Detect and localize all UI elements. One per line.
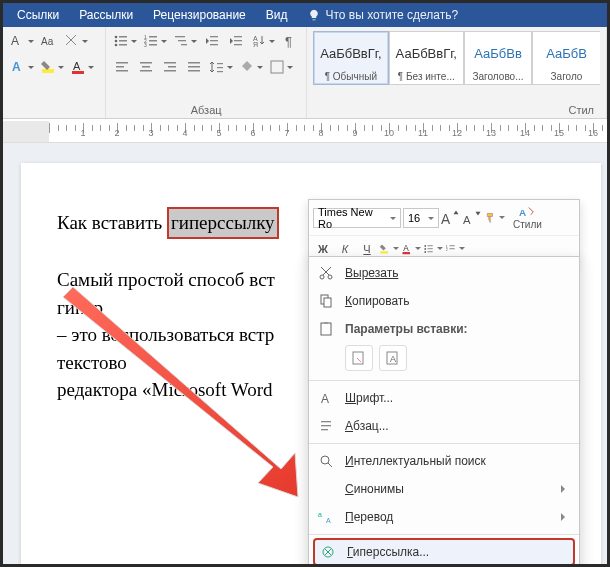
svg-text:A: A [326,517,331,524]
svg-rect-55 [428,248,433,249]
tab-references[interactable]: Ссылки [7,4,69,26]
svg-text:A: A [390,354,396,364]
align-justify-icon[interactable] [184,57,204,77]
svg-rect-34 [142,66,150,68]
svg-text:A: A [12,60,21,74]
svg-text:A: A [463,214,471,226]
svg-point-6 [115,36,118,39]
ctx-translate[interactable]: аA Перевод [309,503,579,531]
ribbon: A Aa A A 123 AЯ ¶ [3,27,607,119]
svg-text:3: 3 [144,42,147,48]
shading-icon[interactable] [238,57,264,77]
smart-lookup-icon [315,452,337,470]
styles-group: АаБбВвГг, ¶ Обычный АаБбВвГг, ¶ Без инте… [307,27,607,118]
align-left-icon[interactable] [112,57,132,77]
svg-point-62 [320,275,324,279]
ctx-hyperlink[interactable]: Гиперссылка... [313,538,575,566]
ctx-font[interactable]: A Шрифт... [309,384,579,412]
format-painter-icon[interactable] [485,208,505,228]
svg-rect-11 [119,44,127,46]
paste-text-only[interactable]: A [379,345,407,371]
borders-icon[interactable] [268,57,294,77]
svg-rect-43 [217,67,223,68]
ruler[interactable]: 12345678910111213141516 [3,121,607,143]
tab-mailings[interactable]: Рассылки [69,4,143,26]
svg-rect-45 [271,61,283,73]
tab-view[interactable]: Вид [256,4,298,26]
svg-rect-15 [149,40,157,42]
pilcrow-icon[interactable]: ¶ [280,31,300,51]
font-grow-icon[interactable]: A [9,31,35,51]
shrink-font-icon[interactable]: A [463,208,483,228]
scissors-icon [315,264,337,282]
copy-icon [315,292,337,310]
grow-font-icon[interactable]: A [441,208,461,228]
style-heading1[interactable]: АаБбВв Заголово... [464,31,532,85]
svg-rect-68 [353,352,363,364]
outdent-icon[interactable] [202,31,222,51]
svg-rect-30 [116,62,128,64]
align-right-icon[interactable] [160,57,180,77]
svg-rect-42 [217,63,223,64]
tell-me-search[interactable]: Что вы хотите сделать? [298,8,459,22]
multilevel-icon[interactable] [172,31,198,51]
svg-rect-37 [168,66,176,68]
svg-text:Я: Я [253,41,258,48]
svg-point-8 [115,40,118,43]
svg-point-52 [424,245,426,247]
align-center-icon[interactable] [136,57,156,77]
selected-text[interactable]: гиперссылку [167,207,279,239]
tab-review[interactable]: Рецензирование [143,4,256,26]
svg-text:A: A [11,34,19,48]
svg-point-10 [115,44,118,47]
style-heading2[interactable]: АаБбВ Заголо [532,31,600,85]
ctx-synonyms[interactable]: Синонимы [309,475,579,503]
mini-styles-button[interactable]: A Стили [507,203,548,232]
svg-rect-13 [149,36,157,38]
mini-size-select[interactable]: 16 [403,208,439,228]
ctx-cut[interactable]: Вырезать [309,259,579,287]
svg-rect-19 [178,40,186,41]
mini-font-select[interactable]: Times New Ro [313,208,401,228]
clear-format-icon[interactable] [63,31,89,51]
font-color-icon[interactable]: A [69,57,95,77]
svg-point-56 [424,251,426,253]
paste-keep-formatting[interactable] [345,345,373,371]
sort-icon[interactable]: AЯ [250,31,276,51]
change-case-icon[interactable]: Aa [39,31,59,51]
svg-text:A: A [403,244,409,253]
svg-rect-25 [234,40,242,41]
numbering-icon[interactable]: 123 [142,31,168,51]
svg-text:A: A [73,60,81,72]
bullets-icon[interactable] [112,31,138,51]
svg-rect-7 [119,36,127,38]
indent-icon[interactable] [226,31,246,51]
context-menu: Вырезать Копировать Параметры вставки: A… [308,256,580,567]
svg-rect-38 [164,70,176,72]
translate-icon: аA [315,508,337,526]
svg-rect-40 [188,66,200,68]
svg-rect-39 [188,62,200,64]
lightbulb-icon [308,9,320,21]
svg-rect-31 [116,66,124,68]
ctx-paragraph[interactable]: Абзац... [309,412,579,440]
svg-text:¶: ¶ [285,34,292,49]
ctx-paste-options[interactable]: Параметры вставки: [309,315,579,343]
ctx-copy[interactable]: Копировать [309,287,579,315]
paragraph-group-label: Абзац [112,102,300,116]
svg-text:A: A [519,207,526,218]
style-normal[interactable]: АаБбВвГг, ¶ Обычный [313,31,388,85]
svg-text:A: A [441,212,451,227]
svg-rect-66 [321,323,331,335]
text-effects-icon[interactable]: A [9,57,35,77]
svg-rect-74 [321,429,328,430]
ctx-smart-lookup[interactable]: Интеллектуальный поиск [309,447,579,475]
svg-rect-3 [42,69,54,73]
svg-rect-35 [140,70,152,72]
style-no-spacing[interactable]: АаБбВвГг, ¶ Без инте... [389,31,464,85]
svg-rect-23 [210,44,218,45]
svg-rect-59 [450,245,455,246]
line-spacing-icon[interactable] [208,57,234,77]
font-dialog-icon: A [315,389,337,407]
highlight-icon[interactable] [39,57,65,77]
